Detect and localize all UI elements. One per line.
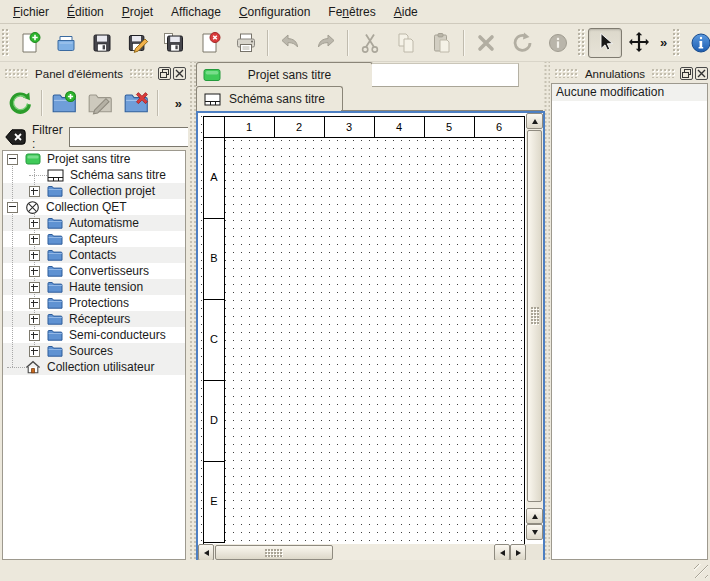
tree-item-semi-conducteurs[interactable]: Semi-conducteurs (3, 327, 185, 343)
horizontal-scroll-thumb[interactable] (215, 545, 333, 560)
tree-item-collection-projet[interactable]: Collection projet (3, 183, 185, 199)
scrollbar-corner (526, 544, 543, 561)
tree-collapse-icon[interactable] (7, 202, 18, 213)
arrow-up-icon (532, 119, 538, 124)
undo-button[interactable] (272, 27, 308, 59)
tree-expand-icon[interactable] (29, 346, 40, 357)
delete-icon (474, 31, 498, 55)
tree-item-protections[interactable]: Protections (3, 295, 185, 311)
refresh-collections-button[interactable] (2, 85, 38, 121)
elements-panel-title: Panel d'éléments (31, 68, 127, 80)
diagram-border: 123456 ABCDE (203, 116, 525, 544)
elements-panel-titlebar[interactable]: Panel d'éléments (2, 65, 186, 82)
close-panel-button[interactable] (695, 67, 708, 80)
tree-item-sch-ma-sans-titre[interactable]: Schéma sans titre (3, 167, 185, 183)
selection-mode-button[interactable] (588, 28, 622, 58)
tree-expand-icon[interactable] (29, 266, 40, 277)
horizontal-scroll-track[interactable] (214, 544, 494, 561)
scroll-right-button[interactable] (510, 544, 526, 561)
tree-collapse-icon[interactable] (7, 154, 18, 165)
print-button[interactable] (228, 27, 264, 59)
tab-schema[interactable]: Schéma sans titre (196, 86, 343, 111)
menu-item[interactable]: Fichier (4, 2, 58, 22)
toolbar-overflow-chevron[interactable]: » (656, 35, 671, 50)
paste-button[interactable] (424, 27, 460, 59)
delete-category-button[interactable] (118, 85, 154, 121)
save-all-icon (162, 31, 186, 55)
tree-item-capteurs[interactable]: Capteurs (3, 231, 185, 247)
undo-panel-titlebar[interactable]: Annulations (552, 65, 708, 82)
new-category-button[interactable] (46, 85, 82, 121)
close-panel-button[interactable] (173, 67, 186, 80)
tree-item-projet-sans-titre[interactable]: Projet sans titre (3, 151, 185, 167)
tree-item-collection-qet[interactable]: Collection QET (3, 199, 185, 215)
tree-expand-icon[interactable] (29, 298, 40, 309)
vertical-scrollbar[interactable] (526, 113, 543, 540)
float-panel-button[interactable] (158, 67, 171, 80)
folder-icon (47, 249, 63, 261)
tree-item-collection-utilisateur[interactable]: Collection utilisateur (3, 359, 185, 375)
cut-button[interactable] (352, 27, 388, 59)
tree-item-label: Haute tension (69, 280, 143, 294)
scroll-up-button-2[interactable] (526, 508, 543, 524)
menu-item[interactable]: Affichage (162, 2, 230, 22)
tree-expand-icon[interactable] (29, 314, 40, 325)
size-grip[interactable] (694, 564, 708, 578)
save-all-button[interactable] (156, 27, 192, 59)
arrow-up-icon (532, 514, 538, 519)
edit-category-button[interactable] (82, 85, 118, 121)
panel-toolbar-overflow-chevron[interactable]: » (171, 96, 186, 111)
tree-expand-icon[interactable] (29, 330, 40, 341)
folder-icon (47, 345, 63, 357)
undo-history-item[interactable]: Aucune modification (552, 84, 707, 101)
scroll-left-button[interactable] (198, 544, 214, 561)
save-button[interactable] (84, 27, 120, 59)
tree-item-contacts[interactable]: Contacts (3, 247, 185, 263)
toolbar-handle[interactable] (673, 29, 681, 57)
tree-expand-icon[interactable] (29, 282, 40, 293)
menu-item[interactable]: Aide (385, 2, 427, 22)
tree-expand-icon[interactable] (29, 218, 40, 229)
properties-button[interactable] (540, 27, 576, 59)
svg-text:5: 5 (446, 121, 452, 133)
tree-expand-icon[interactable] (29, 186, 40, 197)
close-document-button[interactable] (192, 27, 228, 59)
rotate-button[interactable] (504, 27, 540, 59)
left-splitter[interactable] (188, 62, 196, 560)
project-info-button[interactable] (683, 27, 710, 59)
horizontal-scrollbar[interactable] (198, 544, 526, 561)
scroll-down-button[interactable] (526, 524, 543, 540)
toolbar-handle[interactable] (2, 29, 10, 57)
copy-button[interactable] (388, 27, 424, 59)
save-as-button[interactable] (120, 27, 156, 59)
menu-item[interactable]: Projet (113, 2, 162, 22)
elements-panel-dock: Panel d'éléments (0, 62, 188, 560)
float-panel-button[interactable] (680, 67, 693, 80)
delete-button[interactable] (468, 27, 504, 59)
open-project-button[interactable] (48, 27, 84, 59)
tree-item-haute-tension[interactable]: Haute tension (3, 279, 185, 295)
tree-expand-icon[interactable] (29, 234, 40, 245)
menu-item[interactable]: Fenêtres (319, 2, 384, 22)
schematic-canvas[interactable]: 123456 ABCDE (198, 113, 526, 544)
new-category-icon (51, 90, 77, 116)
scroll-left-button-2[interactable] (494, 544, 510, 561)
tree-item-automatisme[interactable]: Automatisme (3, 215, 185, 231)
tree-item-convertisseurs[interactable]: Convertisseurs (3, 263, 185, 279)
toolbar-handle[interactable] (578, 29, 586, 57)
scroll-up-button[interactable] (526, 113, 543, 129)
menu-item[interactable]: Édition (58, 2, 113, 22)
pan-mode-button[interactable] (622, 28, 656, 58)
tree-item-label: Semi-conducteurs (69, 328, 166, 342)
menu-item[interactable]: Configuration (230, 2, 319, 22)
tree-item-label: Contacts (69, 248, 116, 262)
tab-project[interactable]: Projet sans titre (196, 62, 373, 86)
vertical-scroll-thumb[interactable] (527, 130, 542, 502)
tree-item-sources[interactable]: Sources (3, 343, 185, 359)
vertical-scroll-track[interactable] (526, 129, 543, 508)
redo-button[interactable] (308, 27, 344, 59)
tree-expand-icon[interactable] (29, 250, 40, 261)
clear-filter-button[interactable] (4, 127, 26, 147)
new-document-button[interactable] (12, 27, 48, 59)
tree-item-r-cepteurs[interactable]: Récepteurs (3, 311, 185, 327)
